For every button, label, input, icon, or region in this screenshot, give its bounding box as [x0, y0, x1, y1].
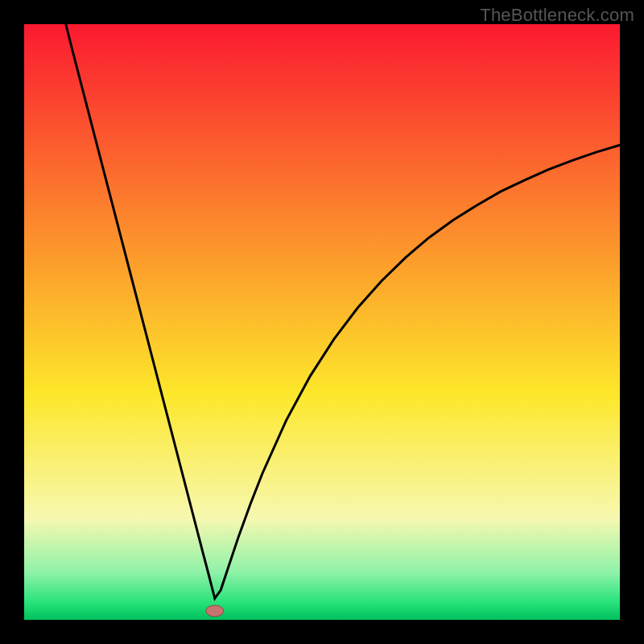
outer-frame: TheBottleneck.com — [0, 0, 644, 644]
watermark-text: TheBottleneck.com — [480, 5, 634, 26]
plot-area — [24, 24, 620, 620]
bottleneck-chart — [24, 24, 620, 620]
optimum-marker — [206, 605, 224, 617]
gradient-background — [24, 24, 620, 620]
